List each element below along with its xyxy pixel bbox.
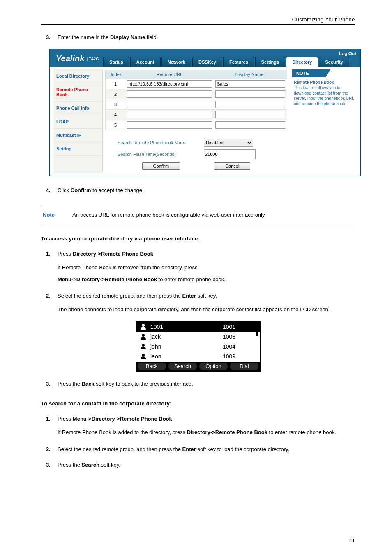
logout-link[interactable]: Log Out <box>339 51 356 56</box>
lcd-row[interactable]: 1001 1001 <box>136 322 260 332</box>
col-display-name: Display Name <box>212 70 287 79</box>
sidebar-item-local-directory[interactable]: Local Directory <box>53 69 102 83</box>
contact-name: jack <box>150 333 223 340</box>
note-title: Remote Phone Book <box>294 80 334 85</box>
step-text-pre: Press the <box>58 381 82 387</box>
tab-dsskey[interactable]: DSSKey <box>192 57 222 67</box>
breadcrumb: Customizing Your Phone <box>41 16 355 25</box>
softkey-option[interactable]: Option <box>199 363 228 370</box>
step-number: 3. <box>46 460 51 470</box>
note-content: An access URL for remote phone book is c… <box>72 206 355 224</box>
remote-url-input[interactable] <box>127 90 212 98</box>
top-tabs: Status Account Network DSSKey Features S… <box>103 57 350 67</box>
search-remote-label: Search Remote Phonebook Name <box>105 140 204 145</box>
cell-index: 2 <box>106 92 125 97</box>
sidebar-item-remote-phone-book[interactable]: Remote Phone Book <box>53 83 102 102</box>
col-remote-url: Remote URL <box>127 70 212 79</box>
contact-icon <box>141 344 148 349</box>
page-number: 41 <box>349 537 355 543</box>
sidebar-item-ldap[interactable]: LDAP <box>53 115 102 129</box>
remote-url-input[interactable] <box>127 80 212 88</box>
main-panel: Index Remote URL Display Name 1 2 3 <box>103 69 291 173</box>
step-number: 2. <box>46 291 51 301</box>
step-number: 2. <box>46 444 51 455</box>
contact-icon <box>141 354 148 359</box>
tab-features[interactable]: Features <box>223 57 254 67</box>
tab-settings[interactable]: Settings <box>255 57 285 67</box>
step-text-post: . <box>153 251 155 257</box>
grid-row: 3 <box>105 99 287 110</box>
contact-number: 1009 <box>223 353 256 360</box>
note-tab: NOTE <box>292 69 325 77</box>
step-text-bold: Confirm <box>71 187 91 193</box>
step-text-bold: Enter <box>182 293 196 299</box>
confirm-button[interactable]: Confirm <box>142 162 180 170</box>
step-select-group-enter: 2. Select the desired remote group, and … <box>58 444 355 455</box>
grid-row: 4 <box>105 110 287 120</box>
step-number: 3. <box>46 32 51 43</box>
cell-index: 1 <box>106 81 125 86</box>
step-select-group: 2. Select the desired remote group, and … <box>58 291 355 315</box>
step-text-bold: Directory->Remote Phone Book <box>73 251 153 257</box>
sidebar-item-multicast-ip[interactable]: Multicast IP <box>53 129 102 142</box>
body-a: If Remote Phone Book is added to the dir… <box>58 429 187 435</box>
lcd-row[interactable]: leon 1009 <box>136 352 260 362</box>
tab-account[interactable]: Account <box>130 57 161 67</box>
step-press-search: 3. Press the Search soft key. <box>58 460 355 470</box>
step-text-post: soft key to back to the previous interfa… <box>95 381 193 387</box>
help-panel: NOTE Remote Phone Book This feature allo… <box>291 69 358 173</box>
lcd-row[interactable]: jack 1003 <box>136 332 260 342</box>
note-label: Note <box>41 206 72 224</box>
flash-time-label: Search Flash Time(Seconds) <box>105 152 204 157</box>
remote-url-input[interactable] <box>127 101 212 108</box>
softkey-search[interactable]: Search <box>168 363 197 370</box>
flash-time-input[interactable] <box>204 149 256 159</box>
step-text-post: to accept the change. <box>91 187 144 193</box>
sidebar-item-setting[interactable]: Setting <box>53 142 102 156</box>
step-text-post: soft key to load the corporate directory… <box>196 446 289 452</box>
remote-url-input[interactable] <box>127 121 212 129</box>
remote-url-input[interactable] <box>127 111 212 118</box>
col-index: Index <box>106 70 127 79</box>
contact-icon <box>141 324 148 330</box>
contact-number: 1003 <box>223 333 256 340</box>
display-name-input[interactable] <box>215 111 285 118</box>
section-access-directory: To access your corporate directory via p… <box>41 236 355 242</box>
display-name-input[interactable] <box>215 101 285 108</box>
display-name-input[interactable] <box>215 90 285 98</box>
step-text-post: field. <box>145 34 158 40</box>
cancel-button[interactable]: Cancel <box>214 162 250 170</box>
step-text-bold: Back <box>82 381 95 387</box>
step-text-post: soft key. <box>196 293 217 299</box>
phone-lcd-screenshot: 1001 1001 jack 1003 john 1004 leon 1009 … <box>136 321 261 372</box>
lcd-row[interactable]: john 1004 <box>136 342 260 352</box>
lcd-scrollbar[interactable] <box>256 324 258 336</box>
step-text-bold: Search <box>82 462 99 468</box>
step-number: 1. <box>46 249 51 259</box>
note-text: This feature allows you to download cont… <box>294 86 354 106</box>
contact-icon <box>141 334 148 340</box>
tab-directory[interactable]: Directory <box>286 57 318 67</box>
softkey-back[interactable]: Back <box>138 363 166 370</box>
tab-status[interactable]: Status <box>103 57 129 67</box>
step-text-post: . <box>172 416 174 422</box>
grid-row: 2 <box>105 89 287 99</box>
display-name-input[interactable] <box>215 80 285 88</box>
cell-index: 4 <box>106 112 125 117</box>
body-bold: Menu->Directory->Remote Phone Book <box>58 276 157 282</box>
web-admin-screenshot: Log Out Yealink | T42G Status Account Ne… <box>49 49 361 176</box>
cell-index: 3 <box>106 102 125 107</box>
step-text-pre: Press <box>58 416 73 422</box>
search-remote-select[interactable]: Disabled <box>204 139 253 147</box>
sidebar-item-phone-call-info[interactable]: Phone Call Info <box>53 102 102 115</box>
body-b: to enter remote phone book. <box>267 429 336 435</box>
step-text-bold: Menu->Directory->Remote Phone Book <box>73 416 172 422</box>
softkey-dial[interactable]: Dial <box>230 363 258 370</box>
tab-network[interactable]: Network <box>161 57 191 67</box>
section-search-contact: To search for a contact in the corporate… <box>41 400 355 407</box>
step-text-pre: Select the desired remote group, and the… <box>58 293 182 299</box>
tab-security[interactable]: Security <box>319 57 349 67</box>
contact-name: leon <box>150 353 223 360</box>
step-click-confirm: 4. Click Confirm to accept the change. <box>58 185 355 196</box>
display-name-input[interactable] <box>215 121 285 129</box>
